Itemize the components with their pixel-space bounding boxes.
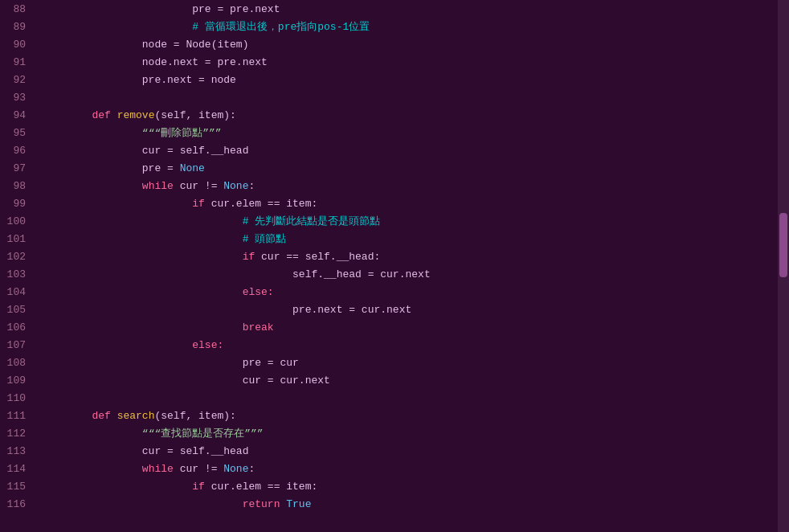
line-number: 94 <box>0 106 39 124</box>
line-number: 91 <box>0 53 39 71</box>
table-row: 93 <box>0 88 778 106</box>
table-row: 97 pre = None <box>0 159 778 177</box>
line-content: pre.next = cur.next <box>39 301 778 318</box>
table-row: 104 else: <box>0 283 778 301</box>
line-number: 89 <box>0 18 39 35</box>
line-content: node.next = pre.next <box>39 53 778 71</box>
line-number: 102 <box>0 248 39 265</box>
table-row: 114 while cur != None: <box>0 460 778 477</box>
line-number: 110 <box>0 389 39 407</box>
line-number: 109 <box>0 371 39 389</box>
table-row: 100 # 先判斷此結點是否是頭節點 <box>0 212 778 230</box>
table-row: 94 def remove(self, item): <box>0 106 778 124</box>
code-area[interactable]: 88 pre = pre.next89 # 當循環退出後，pre指向pos-1位… <box>0 0 778 532</box>
table-row: 89 # 當循環退出後，pre指向pos-1位置 <box>0 18 778 35</box>
line-content: def search(self, item): <box>39 407 778 424</box>
table-row: 111 def search(self, item): <box>0 407 778 424</box>
line-number: 108 <box>0 354 39 371</box>
line-number: 103 <box>0 265 39 283</box>
line-number: 106 <box>0 318 39 336</box>
table-row: 116 return True <box>0 495 778 513</box>
table-row: 109 cur = cur.next <box>0 371 778 389</box>
line-content: pre = cur <box>39 354 778 371</box>
line-number: 100 <box>0 212 39 230</box>
code-table: 88 pre = pre.next89 # 當循環退出後，pre指向pos-1位… <box>0 0 778 513</box>
table-row: 115 if cur.elem == item: <box>0 477 778 495</box>
line-number: 105 <box>0 301 39 318</box>
table-row: 113 cur = self.__head <box>0 442 778 460</box>
line-number: 92 <box>0 71 39 88</box>
line-number: 116 <box>0 495 39 513</box>
table-row: 105 pre.next = cur.next <box>0 301 778 318</box>
table-row: 102 if cur == self.__head: <box>0 248 778 265</box>
line-content: # 先判斷此結點是否是頭節點 <box>39 212 778 230</box>
line-content: cur = cur.next <box>39 371 778 389</box>
line-content: if cur.elem == item: <box>39 477 778 495</box>
line-content: while cur != None: <box>39 177 778 194</box>
line-number: 113 <box>0 442 39 460</box>
table-row: 95 “““刪除節點””” <box>0 124 778 141</box>
line-number: 99 <box>0 194 39 212</box>
line-content: # 當循環退出後，pre指向pos-1位置 <box>39 18 778 35</box>
table-row: 106 break <box>0 318 778 336</box>
line-content: else: <box>39 283 778 301</box>
line-number: 90 <box>0 35 39 53</box>
line-number: 115 <box>0 477 39 495</box>
line-number: 104 <box>0 283 39 301</box>
table-row: 90 node = Node(item) <box>0 35 778 53</box>
line-content: if cur == self.__head: <box>39 248 778 265</box>
table-row: 110 <box>0 389 778 407</box>
table-row: 99 if cur.elem == item: <box>0 194 778 212</box>
line-number: 101 <box>0 230 39 248</box>
line-number: 95 <box>0 124 39 141</box>
line-content: # 頭節點 <box>39 230 778 248</box>
line-content: def remove(self, item): <box>39 106 778 124</box>
line-number: 96 <box>0 141 39 159</box>
line-number: 107 <box>0 336 39 354</box>
line-content: “““查找節點是否存在””” <box>39 424 778 442</box>
table-row: 91 node.next = pre.next <box>0 53 778 71</box>
line-content: self.__head = cur.next <box>39 265 778 283</box>
line-content: pre = pre.next <box>39 0 778 18</box>
scrollbar[interactable] <box>778 0 789 532</box>
line-content: “““刪除節點””” <box>39 124 778 141</box>
line-number: 97 <box>0 159 39 177</box>
table-row: 96 cur = self.__head <box>0 141 778 159</box>
line-number: 98 <box>0 177 39 194</box>
line-content: break <box>39 318 778 336</box>
table-row: 101 # 頭節點 <box>0 230 778 248</box>
line-content: cur = self.__head <box>39 141 778 159</box>
table-row: 103 self.__head = cur.next <box>0 265 778 283</box>
line-content: if cur.elem == item: <box>39 194 778 212</box>
line-number: 88 <box>0 0 39 18</box>
line-content: return True <box>39 495 778 513</box>
line-content: pre = None <box>39 159 778 177</box>
table-row: 107 else: <box>0 336 778 354</box>
line-content <box>39 88 778 106</box>
line-number: 111 <box>0 407 39 424</box>
line-content: else: <box>39 336 778 354</box>
line-content: node = Node(item) <box>39 35 778 53</box>
editor-container: 88 pre = pre.next89 # 當循環退出後，pre指向pos-1位… <box>0 0 789 532</box>
line-content: pre.next = node <box>39 71 778 88</box>
table-row: 108 pre = cur <box>0 354 778 371</box>
line-number: 93 <box>0 88 39 106</box>
table-row: 92 pre.next = node <box>0 71 778 88</box>
line-number: 112 <box>0 424 39 442</box>
line-content: while cur != None: <box>39 460 778 477</box>
table-row: 98 while cur != None: <box>0 177 778 194</box>
line-number: 114 <box>0 460 39 477</box>
table-row: 88 pre = pre.next <box>0 0 778 18</box>
line-content: cur = self.__head <box>39 442 778 460</box>
line-content <box>39 389 778 407</box>
scrollbar-thumb[interactable] <box>779 213 787 277</box>
table-row: 112 “““查找節點是否存在””” <box>0 424 778 442</box>
